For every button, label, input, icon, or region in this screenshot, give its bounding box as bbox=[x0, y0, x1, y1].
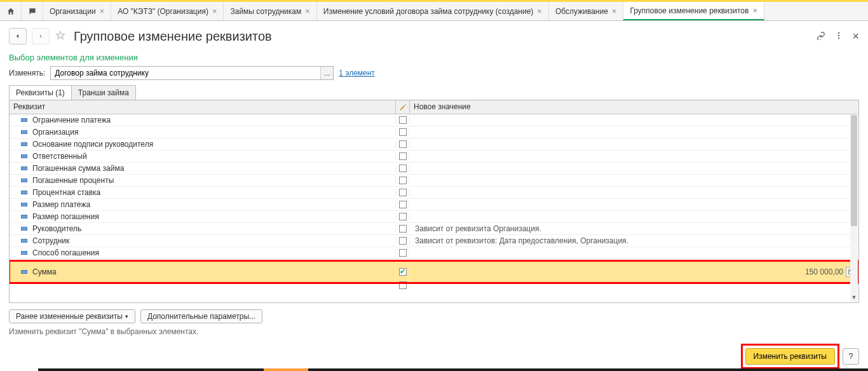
tab-loans[interactable]: Займы сотрудникам × bbox=[224, 2, 316, 20]
field-icon bbox=[21, 118, 27, 122]
elements-count-link[interactable]: 1 элемент bbox=[339, 69, 375, 78]
edit-checkbox[interactable] bbox=[399, 116, 407, 124]
chevron-down-icon: ▾ bbox=[125, 313, 128, 320]
subtab-tranches[interactable]: Транши займа bbox=[71, 85, 136, 100]
row-label: Организация bbox=[32, 128, 78, 137]
edit-checkbox[interactable] bbox=[399, 189, 407, 196]
close-icon[interactable]: × bbox=[212, 7, 217, 15]
edit-checkbox[interactable] bbox=[399, 268, 407, 276]
table-row[interactable]: Организация bbox=[10, 126, 858, 138]
nav-forward-button[interactable] bbox=[32, 28, 50, 44]
section-title: Выбор элементов для изменения bbox=[9, 51, 859, 66]
table-row[interactable]: СотрудникЗависит от реквизитов: Дата пре… bbox=[10, 235, 858, 247]
col-header-requisite[interactable]: Реквизит bbox=[10, 100, 396, 114]
row-value[interactable]: Зависит от реквизита Организация. bbox=[410, 224, 858, 233]
help-button[interactable]: ? bbox=[843, 348, 859, 365]
table-row-sum-highlight[interactable]: Сумма150 000,00 bbox=[10, 261, 858, 283]
tab-group-change[interactable]: Групповое изменение реквизитов × bbox=[623, 2, 764, 20]
tab-org-ketz[interactable]: АО "КЭТЗ" (Организация) × bbox=[111, 2, 224, 20]
table-row[interactable]: Ограничение платежа bbox=[10, 114, 858, 126]
favorite-icon[interactable] bbox=[55, 30, 66, 43]
table-row[interactable]: Способ погашения bbox=[10, 247, 858, 259]
row-label: Сотрудник bbox=[32, 236, 69, 245]
field-icon bbox=[21, 203, 27, 206]
close-page-button[interactable]: × bbox=[852, 30, 859, 43]
edit-checkbox[interactable] bbox=[399, 249, 407, 257]
tab-label: Обслуживание bbox=[555, 7, 608, 16]
grid-scrollbar[interactable]: ▼ bbox=[850, 115, 858, 302]
subtab-requisites[interactable]: Реквизиты (1) bbox=[9, 85, 72, 100]
table-row[interactable]: Основание подписи руководителя bbox=[10, 138, 858, 151]
table-row[interactable]: Погашенные проценты bbox=[10, 175, 858, 187]
edit-checkbox[interactable] bbox=[399, 237, 407, 245]
extra-params-button[interactable]: Дополнительные параметры... bbox=[140, 309, 262, 323]
edit-checkbox[interactable] bbox=[399, 128, 407, 136]
row-label: Ответственный bbox=[32, 152, 87, 161]
row-label: Размер погашения bbox=[32, 212, 99, 221]
prev-changed-button[interactable]: Ранее измененные реквизиты ▾ bbox=[9, 309, 135, 323]
edit-checkbox[interactable] bbox=[399, 201, 407, 208]
row-label: Руководитель bbox=[32, 224, 81, 233]
scroll-down-icon[interactable]: ▼ bbox=[850, 294, 858, 300]
edit-checkbox[interactable] bbox=[399, 177, 407, 184]
more-icon[interactable] bbox=[834, 31, 843, 42]
button-label: Ранее измененные реквизиты bbox=[16, 312, 123, 321]
row-label: Размер платежа bbox=[32, 200, 90, 209]
tab-label: Групповое изменение реквизитов bbox=[630, 6, 749, 15]
page-toolbar: Групповое изменение реквизитов × bbox=[0, 21, 868, 51]
svg-point-0 bbox=[838, 32, 839, 33]
table-row[interactable]: Размер погашения bbox=[10, 211, 858, 223]
edit-checkbox[interactable] bbox=[399, 140, 407, 148]
close-icon[interactable]: × bbox=[537, 7, 542, 15]
table-row[interactable]: Ответственный bbox=[10, 151, 858, 163]
change-type-input[interactable] bbox=[50, 66, 334, 80]
edit-checkbox[interactable] bbox=[399, 165, 407, 172]
table-row[interactable]: Погашенная сумма займа bbox=[10, 163, 858, 175]
table-row[interactable]: Процентная ставка bbox=[10, 187, 858, 199]
field-icon bbox=[21, 142, 27, 146]
home-icon bbox=[6, 7, 15, 16]
field-icon bbox=[21, 251, 27, 255]
close-icon[interactable]: × bbox=[752, 6, 757, 15]
status-text: Изменить реквизит "Сумма" в выбранных эл… bbox=[9, 326, 859, 336]
close-icon[interactable]: × bbox=[305, 7, 310, 15]
pencil-icon bbox=[399, 104, 407, 111]
arrow-left-icon bbox=[14, 32, 22, 40]
row-label: Погашенные проценты bbox=[32, 176, 114, 185]
apply-button[interactable]: Изменить реквизиты bbox=[745, 348, 835, 365]
scrollbar-thumb[interactable] bbox=[851, 115, 857, 226]
field-icon bbox=[21, 227, 27, 231]
comment-button[interactable] bbox=[22, 2, 43, 20]
apply-button-highlight: Изменить реквизиты bbox=[744, 347, 836, 366]
requisites-grid: Реквизит Новое значение Ограничение плат… bbox=[9, 100, 859, 303]
edit-checkbox[interactable] bbox=[399, 213, 407, 220]
select-picker-button[interactable]: ... bbox=[320, 67, 333, 79]
taskbar-hint bbox=[0, 368, 868, 371]
svg-point-1 bbox=[838, 34, 839, 36]
edit-checkbox[interactable] bbox=[399, 225, 407, 233]
nav-back-button[interactable] bbox=[9, 28, 27, 44]
field-icon bbox=[21, 239, 27, 243]
table-row[interactable]: Размер платежа bbox=[10, 199, 858, 211]
tab-label: Изменение условий договора займа сотрудн… bbox=[323, 7, 534, 16]
table-row[interactable]: РуководительЗависит от реквизита Организ… bbox=[10, 223, 858, 235]
change-label: Изменять: bbox=[9, 69, 45, 78]
value-input[interactable]: 150 000,00 bbox=[805, 267, 843, 276]
home-button[interactable] bbox=[0, 2, 22, 20]
col-header-value[interactable]: Новое значение bbox=[410, 100, 858, 114]
row-label: Процентная ставка bbox=[32, 188, 100, 197]
row-value[interactable]: Зависит от реквизитов: Дата предоставлен… bbox=[410, 236, 858, 245]
edit-checkbox[interactable] bbox=[399, 281, 407, 289]
tab-service[interactable]: Обслуживание × bbox=[549, 2, 623, 20]
link-icon[interactable] bbox=[817, 31, 825, 42]
comment-icon bbox=[28, 7, 37, 16]
tab-organizations[interactable]: Организации × bbox=[43, 2, 111, 20]
svg-point-2 bbox=[838, 37, 839, 38]
field-icon bbox=[21, 179, 27, 182]
close-icon[interactable]: × bbox=[100, 7, 105, 15]
close-icon[interactable]: × bbox=[612, 7, 617, 15]
edit-checkbox[interactable] bbox=[399, 152, 407, 160]
tab-loan-change[interactable]: Изменение условий договора займа сотрудн… bbox=[317, 2, 549, 20]
col-header-edit[interactable] bbox=[396, 100, 410, 114]
page-title: Групповое изменение реквизитов bbox=[71, 29, 272, 44]
